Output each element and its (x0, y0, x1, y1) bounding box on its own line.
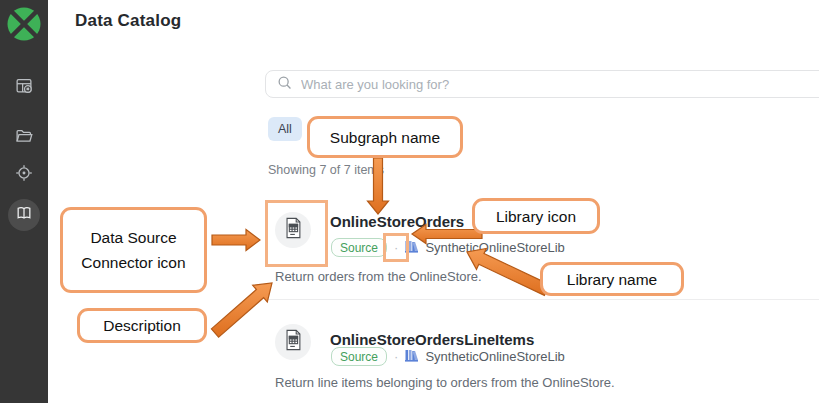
library-name[interactable]: SyntheticOnlineStoreLib (425, 349, 564, 364)
item-description: Return line items belonging to orders fr… (275, 375, 615, 390)
annotation-library-icon: Library icon (472, 198, 600, 234)
results-summary: Showing 7 of 7 items (268, 163, 384, 177)
table-schema-icon (13, 75, 35, 101)
filter-chip-all[interactable]: All (268, 117, 302, 141)
sidebar (0, 0, 48, 403)
library-icon (405, 348, 418, 366)
search-icon (276, 74, 293, 95)
highlight-library-icon (383, 233, 409, 262)
arrow-description-diagonal (211, 283, 272, 337)
open-book-icon (14, 203, 34, 227)
annotation-data-source-connector: Data Source Connector icon (60, 207, 207, 293)
item-title[interactable]: OnlineStoreOrdersLineItems (330, 331, 534, 348)
source-badge: Source (331, 238, 387, 257)
item-description: Return orders from the OnlineStore. (275, 269, 482, 284)
data-source-connector-avatar (275, 324, 311, 360)
sidebar-item-explorer[interactable] (13, 164, 35, 186)
app-canvas: Data Catalog All Showing 7 of 7 items (0, 0, 819, 407)
arrow-connector-right (212, 230, 260, 251)
annotation-library-name: Library name (540, 262, 684, 296)
item-meta-row: Source · SyntheticOnlineStoreLib (331, 347, 565, 366)
sidebar-item-projects[interactable] (13, 127, 35, 149)
folder-icon (13, 125, 35, 151)
item-title[interactable]: OnlineStoreOrders (330, 213, 464, 230)
list-divider (265, 299, 819, 300)
clover-logo-icon (6, 28, 42, 45)
app-logo[interactable] (6, 6, 42, 42)
sidebar-item-data-catalog[interactable] (8, 199, 40, 231)
search-box[interactable] (265, 70, 819, 98)
highlight-connector-icon (265, 200, 328, 267)
item-meta-row: Source · SyntheticOnlineStoreLib (331, 238, 565, 257)
target-icon (13, 162, 35, 188)
sidebar-item-data-sources[interactable] (13, 77, 35, 99)
annotation-description: Description (77, 308, 207, 343)
source-badge: Source (331, 347, 387, 366)
search-input[interactable] (301, 77, 781, 92)
meta-separator: · (394, 349, 398, 364)
document-grid-icon (282, 328, 304, 356)
library-name[interactable]: SyntheticOnlineStoreLib (425, 240, 564, 255)
annotation-subgraph-name: Subgraph name (307, 116, 463, 158)
page-title: Data Catalog (75, 11, 181, 31)
